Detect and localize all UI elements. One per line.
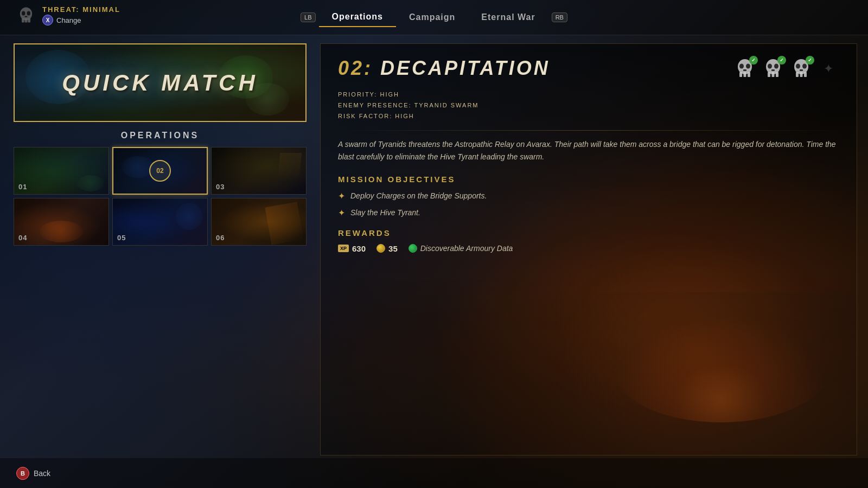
player1-ready-check: ✓	[749, 56, 758, 65]
svg-point-18	[768, 63, 772, 68]
objective-2: ✦ Slay the Hive Tyrant.	[338, 207, 839, 219]
svg-rect-8	[739, 72, 742, 77]
change-threat-btn[interactable]: X Change	[42, 15, 120, 25]
tab-eternal-war[interactable]: Eternal War	[468, 8, 548, 27]
svg-point-5	[27, 11, 30, 15]
xp-value: 630	[352, 244, 366, 253]
player3-ready-check: ✓	[806, 56, 814, 65]
player-slot-3: ✓	[789, 57, 813, 81]
risk-value: HIGH	[395, 113, 414, 119]
svg-rect-3	[28, 18, 30, 22]
rewards-section: REWARDS XP 630 35 Discoverable Armoury D…	[338, 228, 839, 253]
change-label: Change	[56, 16, 81, 24]
threat-indicator: THREAT: MINIMAL X Change	[16, 5, 120, 25]
operation-01[interactable]: 01	[14, 147, 109, 195]
tab-campaign[interactable]: Campaign	[396, 8, 468, 27]
op02-number: 02	[156, 167, 163, 175]
svg-rect-1	[22, 18, 24, 22]
op04-number: 04	[18, 234, 27, 242]
objectives-title: MISSION OBJECTIVES	[338, 175, 839, 184]
mission-title: 02: DECAPITATION	[338, 57, 550, 80]
objective2-text: Slay the Hive Tyrant.	[350, 207, 420, 219]
player-icons-group: ✓	[733, 57, 839, 81]
priority-label: PRIORITY:	[338, 91, 377, 98]
objective1-text: Deploy Charges on the Bridge Supports.	[350, 190, 487, 202]
data-icon	[409, 244, 417, 253]
priority-value: HIGH	[380, 91, 399, 98]
svg-rect-13	[743, 69, 746, 71]
operation-05[interactable]: 05	[112, 198, 208, 246]
operation-06[interactable]: 06	[211, 198, 307, 246]
op06-bg	[212, 198, 306, 245]
b-button-icon: B	[16, 467, 29, 480]
top-navigation: LB Operations Campaign Eternal War RB	[0, 0, 868, 35]
operations-grid: 01 02	[14, 147, 307, 246]
quick-match-banner[interactable]: QUICK MATCH	[14, 43, 307, 122]
mission-header: 02: DECAPITATION	[338, 57, 839, 81]
svg-rect-10	[748, 72, 750, 77]
mission-name: DECAPITATION	[380, 57, 550, 79]
operation-02[interactable]: 02	[112, 147, 208, 195]
op05-number: 05	[117, 234, 126, 242]
svg-rect-2	[25, 18, 28, 22]
enemy-label: ENEMY PRESENCE:	[338, 102, 412, 108]
svg-point-11	[739, 63, 744, 68]
svg-rect-17	[776, 72, 778, 77]
threat-level-text: THREAT: MINIMAL	[42, 5, 120, 14]
objective2-icon: ✦	[338, 208, 345, 218]
mission-detail-panel: 02: DECAPITATION	[320, 43, 857, 455]
svg-point-4	[22, 11, 25, 15]
risk-row: RISK FACTOR: HIGH	[338, 111, 839, 122]
op03-bg	[212, 147, 306, 194]
svg-point-12	[746, 63, 750, 68]
svg-rect-15	[768, 72, 770, 77]
svg-point-26	[802, 63, 807, 68]
coin-value: 35	[388, 244, 398, 253]
svg-point-25	[796, 63, 800, 68]
svg-rect-23	[800, 72, 803, 77]
svg-rect-16	[772, 72, 775, 77]
coin-reward: 35	[376, 244, 398, 253]
objective1-icon: ✦	[338, 191, 345, 201]
data-reward: Discoverable Armoury Data	[409, 244, 513, 253]
empty-slot-icon: ✦	[818, 58, 839, 80]
xp-reward: XP 630	[338, 244, 366, 253]
objective-1: ✦ Deploy Charges on the Bridge Supports.	[338, 190, 839, 202]
operations-section: OPERATIONS 01	[14, 131, 307, 246]
player2-ready-check: ✓	[777, 56, 786, 65]
threat-text-group: THREAT: MINIMAL X Change	[42, 5, 120, 25]
player-slot-2: ✓	[761, 57, 785, 81]
x-button-icon: X	[42, 15, 53, 25]
enemy-row: ENEMY PRESENCE: TYRANID SWARM	[338, 100, 839, 111]
left-panel: QUICK MATCH OPERATIONS 01	[14, 43, 307, 246]
back-label: Back	[34, 469, 50, 478]
svg-rect-20	[771, 69, 775, 71]
quick-match-title: QUICK MATCH	[15, 44, 305, 121]
enemy-value: TYRANID SWARM	[414, 102, 478, 108]
left-bumper-btn[interactable]: LB	[301, 12, 315, 22]
op06-number: 06	[216, 234, 225, 242]
risk-label: RISK FACTOR:	[338, 113, 392, 119]
divider-1	[338, 130, 839, 131]
mission-meta: PRIORITY: HIGH ENEMY PRESENCE: TYRANID S…	[338, 89, 839, 121]
back-button[interactable]: B Back	[16, 467, 50, 480]
operation-03[interactable]: 03	[211, 147, 307, 195]
right-bumper-btn[interactable]: RB	[552, 12, 567, 22]
threat-skull-icon	[16, 6, 36, 25]
operation-04[interactable]: 04	[14, 198, 109, 246]
svg-rect-6	[25, 16, 28, 17]
rewards-title: REWARDS	[338, 228, 839, 237]
operations-label: OPERATIONS	[14, 131, 307, 140]
xp-icon: XP	[338, 245, 349, 252]
priority-row: PRIORITY: HIGH	[338, 89, 839, 100]
mission-description: A swarm of Tyranids threatens the Astrop…	[338, 138, 839, 163]
svg-rect-22	[796, 72, 799, 77]
tab-operations[interactable]: Operations	[319, 8, 396, 27]
op03-number: 03	[216, 183, 225, 191]
bottom-bar: B Back	[0, 458, 868, 488]
op02-selection-ring: 02	[149, 160, 171, 182]
player-slot-1: ✓	[733, 57, 757, 81]
op01-number: 01	[18, 183, 27, 191]
svg-rect-24	[804, 72, 807, 77]
op05-bg	[113, 198, 207, 245]
